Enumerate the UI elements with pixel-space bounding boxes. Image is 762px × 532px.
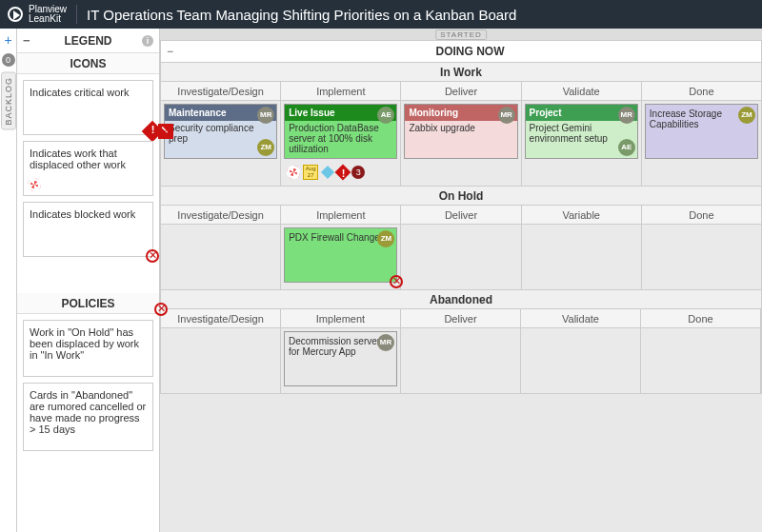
column[interactable]: Validate <box>521 309 641 393</box>
column-body[interactable] <box>641 328 760 393</box>
column-body[interactable] <box>642 225 761 289</box>
column-body[interactable] <box>522 225 641 289</box>
column-body[interactable] <box>161 328 280 393</box>
kanban-card[interactable]: Live IssueProduction DataBase server at … <box>284 104 397 159</box>
column-header: Validate <box>522 82 641 101</box>
lane-doing-now: − DOING NOW In WorkInvestigate/DesignMai… <box>160 40 762 394</box>
lifebuoy-icon <box>287 166 300 179</box>
column-header: Validate <box>521 309 640 328</box>
column-header: Implement <box>281 82 400 101</box>
blocked-icon <box>154 303 168 316</box>
kanban-card[interactable]: PDX Firewall ChangeZM <box>284 227 397 283</box>
column-body[interactable] <box>401 225 520 289</box>
swimlane-columns: Investigate/DesignImplementPDX Firewall … <box>160 206 762 290</box>
column[interactable]: DoneIncrease Storage CapabilitiesZM <box>642 82 761 186</box>
column-body[interactable] <box>521 328 640 393</box>
card-description: Security compliance prep <box>169 123 272 144</box>
started-label: STARTED <box>435 30 487 40</box>
column[interactable]: Deliver <box>401 309 521 393</box>
avatar[interactable]: MR <box>618 107 635 124</box>
attachment-count: 3 <box>351 166 365 179</box>
column-header: Done <box>642 82 761 101</box>
legend-icons-body: Indicates critical workIndicates work th… <box>17 74 159 293</box>
column-body[interactable]: MonitoringZabbix upgradeMR <box>401 101 520 186</box>
info-icon[interactable]: i <box>142 35 153 47</box>
swimlane-columns: Investigate/DesignImplementDecommission … <box>160 309 762 394</box>
avatar[interactable]: ZM <box>257 139 274 156</box>
column[interactable]: Investigate/Design <box>161 206 281 289</box>
column[interactable]: ImplementLive IssueProduction DataBase s… <box>281 82 401 186</box>
column[interactable]: ValidateProjectProject Gemini environmen… <box>522 82 642 186</box>
avatar[interactable]: MR <box>257 107 274 124</box>
avatar[interactable]: AE <box>618 139 635 156</box>
card-description: Production DataBase server at 100% disk … <box>289 123 392 154</box>
collapse-lane-button[interactable]: − <box>161 45 179 58</box>
kanban-card[interactable]: ProjectProject Gemini environment setupM… <box>525 104 638 159</box>
legend-card: Indicates work that displaced other work <box>23 141 153 196</box>
column[interactable]: ImplementDecommission servers for Mercur… <box>281 309 401 393</box>
add-card-button[interactable]: + <box>4 32 11 48</box>
policy-card: Cards in "Abandoned" are rumored cancell… <box>23 383 153 451</box>
kanban-card[interactable]: Increase Storage CapabilitiesZM <box>645 104 758 159</box>
column-header: Deliver <box>401 82 520 101</box>
policies-heading: POLICIES <box>17 293 159 314</box>
left-rail: + 0 BACKLOG <box>0 29 17 532</box>
swimlane-title: On Hold <box>160 187 762 206</box>
column[interactable]: ImplementPDX Firewall ChangeZM <box>281 206 401 289</box>
legend-policies-body: Work in "On Hold" has been displaced by … <box>17 314 159 533</box>
column-body[interactable]: Increase Storage CapabilitiesZM <box>642 101 761 186</box>
column-header: Done <box>641 309 760 328</box>
legend-card: Indicates critical work <box>23 80 153 135</box>
blocked-icon <box>146 249 159 263</box>
column-body[interactable]: Live IssueProduction DataBase server at … <box>281 101 400 186</box>
column[interactable]: Variable <box>522 206 642 289</box>
kanban-card[interactable]: MaintenanceSecurity compliance prepMRZM <box>164 104 277 159</box>
critical-icon <box>335 165 351 181</box>
avatar[interactable]: MR <box>498 107 515 124</box>
collapse-legend-button[interactable]: − <box>23 33 30 48</box>
tag-icon <box>321 166 334 179</box>
column-header: Deliver <box>401 206 520 225</box>
kanban-card[interactable]: Decommission servers for Mercury AppMR <box>284 331 397 386</box>
calendar-icon: Aug27 <box>303 165 318 180</box>
avatar[interactable]: AE <box>377 107 394 124</box>
column-body[interactable] <box>161 225 280 289</box>
swimlane-title: In Work <box>160 63 762 82</box>
column-header: Done <box>642 206 761 225</box>
avatar[interactable]: ZM <box>377 230 394 247</box>
logo-icon <box>8 7 23 22</box>
legend-header: − LEGEND i <box>17 29 159 53</box>
column-header: Implement <box>281 206 400 225</box>
column-header: Investigate/Design <box>161 82 280 101</box>
column-body[interactable]: MaintenanceSecurity compliance prepMRZM <box>161 101 280 186</box>
column[interactable]: Investigate/DesignMaintenanceSecurity co… <box>161 82 281 186</box>
column[interactable]: Deliver <box>401 206 521 289</box>
column-body[interactable]: ProjectProject Gemini environment setupM… <box>522 101 641 186</box>
app-header: Planview LeanKit IT Operations Team Mana… <box>0 0 762 29</box>
legend-title: LEGEND <box>64 34 111 48</box>
board-area: STARTED − DOING NOW In WorkInvestigate/D… <box>160 29 762 532</box>
column-header: Investigate/Design <box>161 206 280 225</box>
column[interactable]: Done <box>641 309 761 393</box>
column[interactable]: Done <box>642 206 761 289</box>
blocked-icon <box>390 275 403 288</box>
column-body[interactable]: PDX Firewall ChangeZM <box>281 225 400 289</box>
column-header: Variable <box>522 206 641 225</box>
backlog-tab[interactable]: BACKLOG <box>1 72 16 130</box>
legend-panel: − LEGEND i ICONS Indicates critical work… <box>17 29 160 532</box>
kanban-card[interactable]: MonitoringZabbix upgradeMR <box>404 104 517 159</box>
started-divider: STARTED <box>160 29 762 40</box>
legend-card: Indicates blocked work <box>23 202 153 257</box>
brand-name-line2: LeanKit <box>29 14 67 24</box>
avatar[interactable]: MR <box>377 334 394 351</box>
avatar[interactable]: ZM <box>738 107 755 124</box>
column[interactable]: DeliverMonitoringZabbix upgradeMR <box>401 82 521 186</box>
icons-heading: ICONS <box>17 53 159 74</box>
column-body[interactable] <box>401 328 520 393</box>
column[interactable]: Investigate/Design <box>161 309 281 393</box>
header-divider <box>76 5 77 24</box>
swimlane-columns: Investigate/DesignMaintenanceSecurity co… <box>160 82 762 187</box>
column-body[interactable]: Decommission servers for Mercury AppMR <box>281 328 400 393</box>
swimlane-title: Abandoned <box>160 290 762 309</box>
backlog-count: 0 <box>2 53 15 67</box>
